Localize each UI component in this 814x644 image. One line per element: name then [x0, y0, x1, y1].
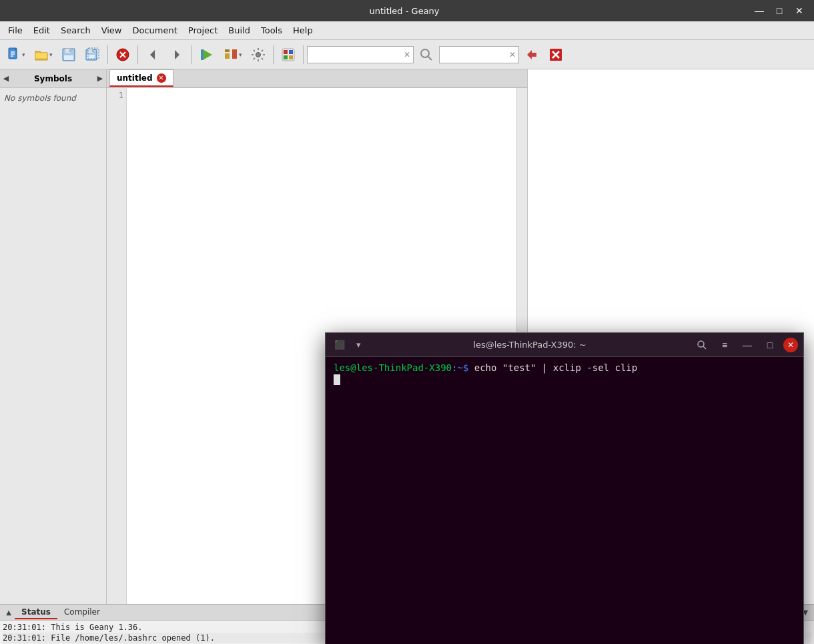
search-clear-2-button[interactable]: ✕ [506, 49, 518, 61]
window-controls: — □ ✕ [750, 3, 809, 18]
svg-marker-17 [150, 50, 155, 59]
svg-rect-29 [289, 55, 293, 59]
terminal-minimize-button[interactable]: — [738, 336, 757, 354]
svg-point-24 [256, 52, 261, 57]
preferences-button[interactable] [247, 43, 270, 66]
exit-icon [548, 47, 564, 63]
window-title: untitled - Geany [59, 6, 750, 16]
svg-point-30 [421, 49, 429, 57]
menu-document[interactable]: Document [127, 23, 182, 38]
menu-tools[interactable]: Tools [256, 23, 288, 38]
toolbar-sep-5 [303, 45, 304, 64]
line-number: 1 [107, 91, 123, 100]
minimize-button[interactable]: — [750, 3, 769, 18]
terminal-menu-button[interactable]: ≡ [715, 336, 734, 354]
color-button[interactable] [277, 43, 300, 66]
sidebar-tab-symbols[interactable]: Symbols [12, 74, 94, 83]
maximize-button[interactable]: □ [770, 3, 789, 18]
terminal-body[interactable]: les@les-ThinkPad-X390:~$ echo "test" | x… [326, 357, 803, 644]
sidebar-next-button[interactable]: ▶ [94, 69, 106, 88]
sidebar-tabs: ◀ Symbols ▶ [0, 69, 106, 88]
terminal-title: les@les-ThinkPad-X390: ~ [367, 340, 693, 350]
toolbar-sep-3 [191, 45, 192, 64]
search-icon [418, 47, 434, 63]
svg-marker-19 [203, 49, 212, 60]
svg-rect-23 [225, 49, 230, 52]
svg-rect-8 [64, 55, 73, 60]
status-tab-compiler[interactable]: Compiler [57, 606, 107, 619]
search-clear-button[interactable]: ✕ [401, 49, 413, 61]
search-input[interactable] [308, 49, 401, 61]
title-bar: untitled - Geany — □ ✕ [0, 0, 814, 21]
svg-rect-27 [289, 50, 293, 54]
no-symbols-label: No symbols found [4, 93, 76, 103]
terminal-prompt-user: les@les-ThinkPad-X390 [334, 362, 452, 373]
terminal-close-button[interactable]: ✕ [783, 338, 798, 352]
svg-rect-10 [88, 49, 93, 53]
terminal-search-button[interactable] [693, 336, 711, 354]
terminal-left-buttons: ⬛ ▾ [331, 336, 367, 354]
save-all-icon [85, 47, 101, 63]
status-panel-up-button[interactable]: ▲ [3, 605, 15, 621]
menu-search[interactable]: Search [55, 23, 96, 38]
color-icon [280, 47, 296, 63]
svg-line-31 [428, 57, 432, 60]
save-file-icon [61, 47, 77, 63]
terminal-titlebar: ⬛ ▾ les@les-ThinkPad-X390: ~ ≡ — □ ✕ [326, 333, 803, 357]
sidebar-content: No symbols found [0, 88, 106, 604]
doc-tab-untitled[interactable]: untitled ✕ [109, 69, 173, 87]
terminal-command-text: echo "test" | xclip -sel clip [474, 362, 637, 373]
search-box[interactable]: ✕ [307, 46, 414, 63]
menu-bar: File Edit Search View Document Project B… [0, 21, 814, 40]
terminal-dropdown-button[interactable]: ▾ [350, 336, 367, 354]
menu-build[interactable]: Build [223, 23, 256, 38]
svg-line-37 [703, 346, 706, 349]
open-file-button[interactable]: ▾ [30, 43, 56, 66]
svg-rect-21 [225, 53, 230, 59]
menu-project[interactable]: Project [183, 23, 223, 38]
close-current-icon [115, 47, 131, 63]
search-input-2[interactable] [440, 49, 506, 61]
terminal-cursor-area[interactable] [334, 374, 795, 615]
exit-button[interactable] [544, 43, 567, 66]
line-numbers: 1 [107, 88, 127, 604]
sidebar: ◀ Symbols ▶ No symbols found [0, 69, 107, 604]
gear-icon [250, 47, 266, 63]
svg-point-36 [698, 341, 704, 347]
compile-button[interactable] [195, 43, 218, 66]
terminal-option-button[interactable]: ⬛ [331, 336, 348, 354]
terminal-search-icon [697, 340, 707, 350]
terminal-maximize-button[interactable]: □ [761, 336, 779, 354]
build-icon [223, 47, 239, 63]
jump-button[interactable] [520, 43, 543, 66]
new-file-icon [6, 47, 22, 63]
menu-view[interactable]: View [96, 23, 127, 38]
build-button[interactable]: ▾ [220, 43, 246, 66]
open-file-icon [33, 47, 49, 63]
navigate-back-button[interactable] [141, 43, 164, 66]
compile-icon [199, 47, 215, 63]
new-file-button[interactable]: ▾ [3, 43, 29, 66]
menu-edit[interactable]: Edit [28, 23, 55, 38]
svg-rect-22 [232, 49, 237, 59]
navigate-forward-button[interactable] [165, 43, 188, 66]
sidebar-prev-button[interactable]: ◀ [0, 69, 12, 88]
jump-icon [524, 47, 540, 63]
terminal-prompt-path: :~$ [452, 362, 468, 373]
doc-tab-label: untitled [117, 73, 153, 83]
close-file-button[interactable] [111, 43, 134, 66]
doc-tabs: untitled ✕ [107, 69, 527, 88]
forward-icon [169, 47, 185, 63]
status-tab-status[interactable]: Status [15, 606, 57, 619]
save-all-button[interactable] [81, 43, 104, 66]
save-file-button[interactable] [57, 43, 80, 66]
search-button[interactable] [415, 43, 438, 66]
menu-help[interactable]: Help [288, 23, 318, 38]
close-button[interactable]: ✕ [790, 3, 809, 18]
toolbar-sep-1 [107, 45, 108, 64]
doc-tab-close-button[interactable]: ✕ [157, 73, 166, 83]
svg-rect-11 [92, 49, 93, 52]
search-box-2[interactable]: ✕ [439, 46, 519, 63]
terminal-controls: ≡ — □ ✕ [693, 336, 798, 354]
menu-file[interactable]: File [3, 23, 28, 38]
